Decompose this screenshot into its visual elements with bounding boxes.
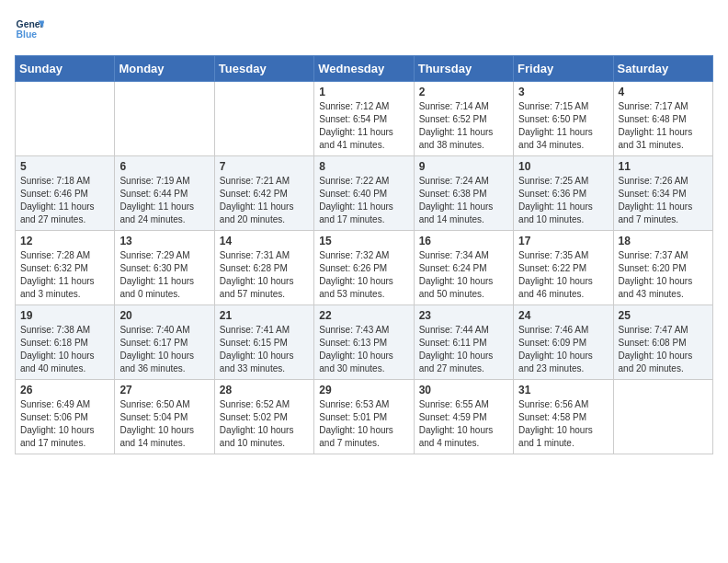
day-number: 18 (619, 235, 708, 247)
day-info: Sunrise: 7:46 AM Sunset: 6:09 PM Dayligh… (518, 324, 608, 375)
day-info: Sunrise: 7:19 AM Sunset: 6:44 PM Dayligh… (119, 175, 209, 226)
day-number: 28 (220, 384, 309, 396)
calendar-cell: 12Sunrise: 7:28 AM Sunset: 6:32 PM Dayli… (16, 231, 115, 305)
day-info: Sunrise: 7:21 AM Sunset: 6:42 PM Dayligh… (220, 175, 309, 226)
day-info: Sunrise: 7:38 AM Sunset: 6:18 PM Dayligh… (20, 324, 109, 375)
day-number: 2 (419, 86, 508, 98)
day-info: Sunrise: 7:37 AM Sunset: 6:20 PM Dayligh… (619, 249, 708, 301)
day-number: 29 (319, 384, 408, 396)
calendar-week-3: 12Sunrise: 7:28 AM Sunset: 6:32 PM Dayli… (16, 231, 713, 305)
calendar-cell: 4Sunrise: 7:17 AM Sunset: 6:48 PM Daylig… (613, 82, 712, 156)
day-info: Sunrise: 7:22 AM Sunset: 6:40 PM Dayligh… (319, 175, 408, 226)
calendar-cell (613, 380, 712, 454)
calendar-cell: 21Sunrise: 7:41 AM Sunset: 6:15 PM Dayli… (214, 305, 313, 380)
calendar-cell: 2Sunrise: 7:14 AM Sunset: 6:52 PM Daylig… (414, 82, 513, 156)
calendar-cell: 13Sunrise: 7:29 AM Sunset: 6:30 PM Dayli… (115, 231, 214, 305)
day-number: 1 (319, 86, 408, 98)
day-number: 12 (20, 235, 109, 247)
logo: General Blue (15, 15, 44, 44)
calendar-week-5: 26Sunrise: 6:49 AM Sunset: 5:06 PM Dayli… (16, 380, 713, 454)
day-info: Sunrise: 6:56 AM Sunset: 4:58 PM Dayligh… (518, 398, 608, 450)
day-info: Sunrise: 7:12 AM Sunset: 6:54 PM Dayligh… (319, 100, 408, 152)
day-info: Sunrise: 7:15 AM Sunset: 6:50 PM Dayligh… (518, 100, 608, 152)
calendar-cell: 22Sunrise: 7:43 AM Sunset: 6:13 PM Dayli… (314, 305, 414, 380)
day-number: 3 (518, 86, 608, 98)
calendar-cell: 17Sunrise: 7:35 AM Sunset: 6:22 PM Dayli… (514, 231, 613, 305)
calendar-cell: 30Sunrise: 6:55 AM Sunset: 4:59 PM Dayli… (414, 380, 513, 454)
calendar-cell: 1Sunrise: 7:12 AM Sunset: 6:54 PM Daylig… (314, 82, 414, 156)
svg-text:Blue: Blue (17, 29, 38, 40)
day-number: 25 (619, 309, 708, 322)
calendar-cell: 15Sunrise: 7:32 AM Sunset: 6:26 PM Dayli… (314, 231, 414, 305)
day-info: Sunrise: 7:17 AM Sunset: 6:48 PM Dayligh… (619, 100, 708, 152)
calendar-cell (214, 82, 313, 156)
calendar-cell: 25Sunrise: 7:47 AM Sunset: 6:08 PM Dayli… (613, 305, 712, 380)
day-number: 16 (419, 235, 508, 247)
day-number: 20 (119, 309, 209, 322)
day-info: Sunrise: 7:31 AM Sunset: 6:28 PM Dayligh… (220, 249, 309, 301)
weekday-header-row: SundayMondayTuesdayWednesdayThursdayFrid… (16, 56, 713, 82)
day-info: Sunrise: 7:41 AM Sunset: 6:15 PM Dayligh… (220, 324, 309, 375)
day-number: 30 (419, 384, 508, 396)
day-info: Sunrise: 6:55 AM Sunset: 4:59 PM Dayligh… (419, 398, 508, 450)
calendar-cell: 31Sunrise: 6:56 AM Sunset: 4:58 PM Dayli… (514, 380, 613, 454)
day-number: 26 (20, 384, 109, 396)
calendar-week-2: 5Sunrise: 7:18 AM Sunset: 6:46 PM Daylig… (16, 156, 713, 231)
day-number: 22 (319, 309, 408, 322)
calendar-cell (16, 82, 115, 156)
calendar-cell: 24Sunrise: 7:46 AM Sunset: 6:09 PM Dayli… (514, 305, 613, 380)
day-number: 11 (619, 160, 708, 173)
day-info: Sunrise: 7:34 AM Sunset: 6:24 PM Dayligh… (419, 249, 508, 301)
calendar-cell: 20Sunrise: 7:40 AM Sunset: 6:17 PM Dayli… (115, 305, 214, 380)
day-number: 23 (419, 309, 508, 322)
weekday-header-monday: Monday (115, 56, 214, 82)
calendar-cell: 26Sunrise: 6:49 AM Sunset: 5:06 PM Dayli… (16, 380, 115, 454)
day-info: Sunrise: 7:43 AM Sunset: 6:13 PM Dayligh… (319, 324, 408, 375)
calendar-cell: 29Sunrise: 6:53 AM Sunset: 5:01 PM Dayli… (314, 380, 414, 454)
day-info: Sunrise: 7:18 AM Sunset: 6:46 PM Dayligh… (20, 175, 109, 226)
weekday-header-tuesday: Tuesday (214, 56, 313, 82)
weekday-header-wednesday: Wednesday (314, 56, 414, 82)
day-number: 8 (319, 160, 408, 173)
calendar-cell: 27Sunrise: 6:50 AM Sunset: 5:04 PM Dayli… (115, 380, 214, 454)
day-number: 15 (319, 235, 408, 247)
day-info: Sunrise: 6:49 AM Sunset: 5:06 PM Dayligh… (20, 398, 109, 450)
day-number: 5 (20, 160, 109, 173)
day-number: 31 (518, 384, 608, 396)
calendar-cell: 11Sunrise: 7:26 AM Sunset: 6:34 PM Dayli… (613, 156, 712, 231)
day-number: 9 (419, 160, 508, 173)
calendar-cell: 7Sunrise: 7:21 AM Sunset: 6:42 PM Daylig… (214, 156, 313, 231)
logo-icon: General Blue (15, 15, 44, 44)
calendar-cell: 16Sunrise: 7:34 AM Sunset: 6:24 PM Dayli… (414, 231, 513, 305)
calendar-cell: 14Sunrise: 7:31 AM Sunset: 6:28 PM Dayli… (214, 231, 313, 305)
calendar-cell: 10Sunrise: 7:25 AM Sunset: 6:36 PM Dayli… (514, 156, 613, 231)
page-header: General Blue (15, 15, 713, 44)
day-number: 13 (119, 235, 209, 247)
calendar-week-4: 19Sunrise: 7:38 AM Sunset: 6:18 PM Dayli… (16, 305, 713, 380)
day-info: Sunrise: 7:14 AM Sunset: 6:52 PM Dayligh… (419, 100, 508, 152)
calendar-table: SundayMondayTuesdayWednesdayThursdayFrid… (15, 55, 713, 454)
day-info: Sunrise: 7:28 AM Sunset: 6:32 PM Dayligh… (20, 249, 109, 301)
day-number: 6 (119, 160, 209, 173)
day-info: Sunrise: 6:50 AM Sunset: 5:04 PM Dayligh… (119, 398, 209, 450)
day-info: Sunrise: 6:53 AM Sunset: 5:01 PM Dayligh… (319, 398, 408, 450)
calendar-cell: 18Sunrise: 7:37 AM Sunset: 6:20 PM Dayli… (613, 231, 712, 305)
calendar-cell: 19Sunrise: 7:38 AM Sunset: 6:18 PM Dayli… (16, 305, 115, 380)
day-number: 7 (220, 160, 309, 173)
day-number: 4 (619, 86, 708, 98)
weekday-header-sunday: Sunday (16, 56, 115, 82)
day-number: 24 (518, 309, 608, 322)
day-info: Sunrise: 7:24 AM Sunset: 6:38 PM Dayligh… (419, 175, 508, 226)
day-number: 27 (119, 384, 209, 396)
day-info: Sunrise: 7:35 AM Sunset: 6:22 PM Dayligh… (518, 249, 608, 301)
calendar-cell: 28Sunrise: 6:52 AM Sunset: 5:02 PM Dayli… (214, 380, 313, 454)
calendar-cell: 8Sunrise: 7:22 AM Sunset: 6:40 PM Daylig… (314, 156, 414, 231)
day-info: Sunrise: 7:26 AM Sunset: 6:34 PM Dayligh… (619, 175, 708, 226)
day-number: 21 (220, 309, 309, 322)
calendar-cell: 3Sunrise: 7:15 AM Sunset: 6:50 PM Daylig… (514, 82, 613, 156)
calendar-cell: 23Sunrise: 7:44 AM Sunset: 6:11 PM Dayli… (414, 305, 513, 380)
day-info: Sunrise: 7:44 AM Sunset: 6:11 PM Dayligh… (419, 324, 508, 375)
weekday-header-friday: Friday (514, 56, 613, 82)
calendar-cell (115, 82, 214, 156)
day-number: 17 (518, 235, 608, 247)
